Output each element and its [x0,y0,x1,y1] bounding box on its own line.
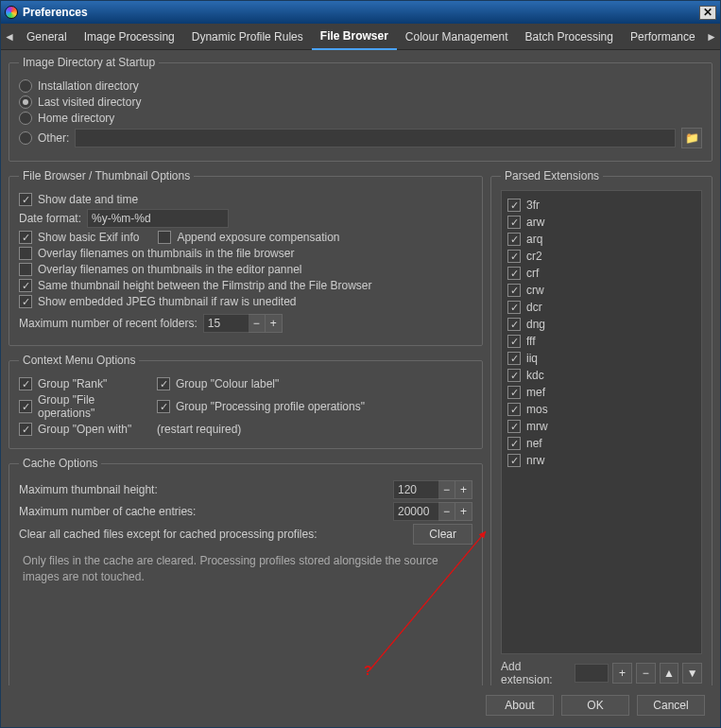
startup-label-3: Other: [38,131,69,145]
recent-folders-label: Maximum number of recent folders: [19,317,197,330]
extensions-list[interactable]: 3frarwarqcr2crfcrwdcrdngfffiiqkdcmefmosm… [501,190,702,654]
tabs-scroll-right[interactable]: ► [703,30,720,43]
entries-inc-button[interactable]: + [455,502,472,521]
extension-remove-button[interactable]: − [636,663,656,684]
ext-checkbox-arw[interactable] [507,216,521,229]
cache-entries-input[interactable] [393,502,438,521]
ext-checkbox-mrw[interactable] [507,420,521,433]
ext-checkbox-cr2[interactable] [507,250,521,263]
ext-label-kdc: kdc [526,369,544,382]
ext-label-arq: arq [526,233,542,246]
ext-checkbox-3fr[interactable] [507,199,521,212]
ext-checkbox-dng[interactable] [507,318,521,331]
recent-inc-button[interactable]: + [266,314,283,333]
ext-checkbox-crw[interactable] [507,284,521,297]
startup-other-input[interactable] [75,129,676,147]
date-format-input[interactable] [87,209,229,228]
group-fileops-checkbox[interactable] [19,400,32,413]
startup-label-2: Home directory [38,112,114,125]
show-exif-checkbox[interactable] [19,231,32,244]
ext-checkbox-iiq[interactable] [507,352,521,365]
ext-label-fff: fff [526,335,536,348]
ext-label-crw: crw [526,284,544,297]
group-fileops-label: Group "File operations" [38,393,151,420]
ext-label-cr2: cr2 [526,250,542,263]
ext-checkbox-dcr[interactable] [507,301,521,314]
ext-checkbox-nrw[interactable] [507,454,521,467]
group-colour-checkbox[interactable] [157,377,170,390]
tab-bar: ◄ GeneralImage ProcessingDynamic Profile… [1,24,720,50]
parsed-extensions-legend: Parsed Extensions [501,169,603,182]
ext-checkbox-mef[interactable] [507,386,521,399]
ext-label-dng: dng [526,318,545,331]
ext-checkbox-fff[interactable] [507,335,521,348]
extension-move-up-button[interactable]: ▲ [660,663,679,684]
ext-checkbox-crf[interactable] [507,267,521,280]
entries-dec-button[interactable]: − [438,502,455,521]
tab-batch-processing[interactable]: Batch Processing [517,24,622,50]
startup-label-0: Installation directory [38,79,139,93]
ext-label-mef: mef [526,386,545,399]
embedded-jpeg-label: Show embedded JPEG thumbnail if raw is u… [38,295,297,308]
group-rank-checkbox[interactable] [19,377,32,390]
cancel-button[interactable]: Cancel [637,695,705,716]
clear-cache-label: Clear all cached files except for cached… [19,528,407,541]
ext-label-crf: crf [526,267,539,280]
tab-colour-management[interactable]: Colour Management [397,24,517,50]
ext-checkbox-mos[interactable] [507,403,521,416]
startup-group: Image Directory at Startup Installation … [9,56,712,162]
annotation-question-mark: ? [364,663,372,678]
group-openwith-checkbox[interactable] [19,423,32,436]
ext-label-iiq: iiq [526,352,538,365]
tab-general[interactable]: General [18,24,76,50]
thumb-height-input[interactable] [393,480,438,499]
recent-folders-input[interactable] [203,314,249,333]
group-profops-checkbox[interactable] [157,400,170,413]
same-height-checkbox[interactable] [19,279,32,292]
append-exposure-checkbox[interactable] [158,231,171,244]
about-button[interactable]: About [486,695,554,716]
group-colour-label: Group "Colour label" [176,377,279,390]
add-extension-input[interactable] [575,664,609,683]
startup-radio-3[interactable] [19,131,32,145]
thumb-inc-button[interactable]: + [455,480,472,499]
ext-label-mos: mos [526,403,548,416]
startup-radio-2[interactable] [19,112,32,125]
ext-label-mrw: mrw [526,420,548,433]
embedded-jpeg-checkbox[interactable] [19,295,32,308]
ext-checkbox-arq[interactable] [507,233,521,246]
startup-radio-1[interactable] [19,95,32,109]
startup-browse-button[interactable]: 📁 [681,128,702,148]
tab-dynamic-profile-rules[interactable]: Dynamic Profile Rules [183,24,312,50]
extension-move-down-button[interactable]: ▼ [682,663,702,684]
tab-image-processing[interactable]: Image Processing [76,24,183,50]
window-close-button[interactable]: ✕ [699,6,716,20]
ext-label-dcr: dcr [526,301,542,314]
clear-cache-button[interactable]: Clear [413,524,472,545]
cache-note: Only files in the cache are cleared. Pro… [19,547,472,585]
tab-performance[interactable]: Performance [622,24,703,50]
startup-radio-0[interactable] [19,79,32,93]
thumb-dec-button[interactable]: − [438,480,455,499]
ext-label-nef: nef [526,437,542,450]
overlay-editor-checkbox[interactable] [19,263,32,276]
extension-add-button[interactable]: + [612,663,632,684]
dialog-buttons: About OK Cancel [486,695,705,716]
overlay-browser-checkbox[interactable] [19,247,32,260]
cache-entries-label: Maximum number of cache entries: [19,505,387,518]
thumb-height-label: Maximum thumbnail height: [19,483,387,496]
ext-checkbox-nef[interactable] [507,437,521,450]
startup-label-1: Last visited directory [38,95,141,109]
tab-file-browser[interactable]: File Browser [312,24,397,50]
filebrowser-group: File Browser / Thumbnail Options Show da… [9,169,483,346]
tabs-scroll-left[interactable]: ◄ [1,30,18,43]
recent-dec-button[interactable]: − [249,314,266,333]
ext-checkbox-kdc[interactable] [507,369,521,382]
app-icon [5,6,18,19]
ok-button[interactable]: OK [561,695,629,716]
title-bar: Preferences ✕ [1,1,720,24]
show-datetime-checkbox[interactable] [19,193,32,206]
date-format-label: Date format: [19,212,81,225]
context-menu-group: Context Menu Options Group "Rank" Group … [9,354,483,449]
restart-note: (restart required) [157,423,241,436]
